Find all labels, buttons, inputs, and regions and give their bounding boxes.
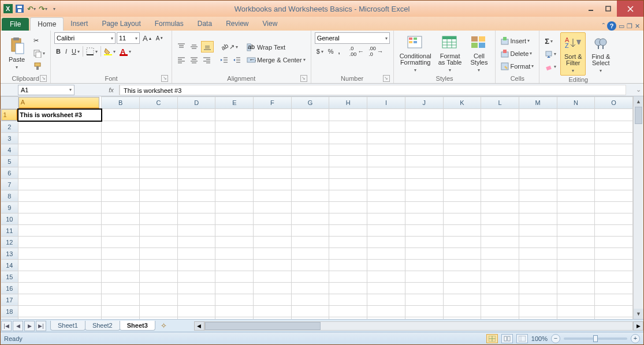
cell-J19[interactable] — [405, 317, 443, 320]
cell-D2[interactable] — [177, 121, 215, 133]
cell-O13[interactable] — [595, 248, 633, 260]
align-center-button[interactable] — [188, 54, 200, 66]
cell-N13[interactable] — [557, 248, 595, 260]
cell-H2[interactable] — [329, 121, 367, 133]
cell-A15[interactable] — [18, 271, 102, 283]
cell-I18[interactable] — [367, 306, 405, 317]
cell-E7[interactable] — [215, 179, 254, 190]
cell-I1[interactable] — [367, 109, 405, 121]
cell-L17[interactable] — [481, 294, 519, 306]
cell-M14[interactable] — [519, 260, 557, 271]
wrap-text-button[interactable]: abWrap Text — [245, 42, 307, 53]
cell-N19[interactable] — [557, 317, 595, 320]
scroll-up-icon[interactable]: ▲ — [634, 96, 643, 107]
cell-L8[interactable] — [481, 190, 519, 202]
cell-H12[interactable] — [329, 237, 367, 248]
cell-O18[interactable] — [595, 306, 633, 317]
sort-filter-button[interactable]: AZSort & Filter▾ — [560, 32, 586, 76]
column-header-C[interactable]: C — [140, 97, 178, 109]
cell-J13[interactable] — [405, 248, 443, 260]
cell-I7[interactable] — [367, 179, 405, 190]
cell-N14[interactable] — [557, 260, 595, 271]
cell-F2[interactable] — [254, 121, 292, 133]
cell-N9[interactable] — [557, 202, 595, 213]
cell-O6[interactable] — [595, 167, 633, 179]
cell-O19[interactable] — [595, 317, 633, 320]
cell-F15[interactable] — [254, 271, 292, 283]
doc-restore-icon[interactable]: ❐ — [627, 22, 632, 30]
cell-C11[interactable] — [140, 225, 178, 237]
cell-E5[interactable] — [215, 156, 254, 167]
column-header-H[interactable]: H — [329, 97, 367, 109]
cell-C16[interactable] — [140, 283, 178, 294]
cell-A9[interactable] — [18, 202, 102, 213]
cell-J9[interactable] — [405, 202, 443, 213]
cell-D14[interactable] — [177, 260, 215, 271]
cell-M4[interactable] — [519, 144, 557, 156]
row-header-13[interactable]: 13 — [1, 248, 18, 260]
cell-E14[interactable] — [215, 260, 254, 271]
cell-E13[interactable] — [215, 248, 254, 260]
undo-icon[interactable]: ↶▾ — [26, 3, 36, 14]
paste-button[interactable]: Paste▾ — [4, 36, 29, 72]
cell-F6[interactable] — [254, 167, 292, 179]
cell-H4[interactable] — [329, 144, 367, 156]
row-header-18[interactable]: 18 — [1, 306, 18, 317]
cell-G7[interactable] — [291, 179, 329, 190]
cell-H15[interactable] — [329, 271, 367, 283]
cell-A5[interactable] — [18, 156, 102, 167]
row-header-19[interactable]: 19 — [1, 317, 18, 320]
cell-A14[interactable] — [18, 260, 102, 271]
cell-L11[interactable] — [481, 225, 519, 237]
cell-D13[interactable] — [177, 248, 215, 260]
cell-A19[interactable] — [18, 317, 102, 320]
fill-color-button[interactable]: ▾ — [102, 46, 117, 57]
cell-K5[interactable] — [443, 156, 481, 167]
format-cells-button[interactable]: Format▾ — [499, 61, 535, 72]
doc-minimize-icon[interactable]: ▭ — [619, 22, 624, 30]
zoom-slider[interactable] — [564, 337, 627, 340]
cell-N7[interactable] — [557, 179, 595, 190]
number-format-select[interactable]: General▾ — [315, 32, 390, 44]
cell-C18[interactable] — [140, 306, 178, 317]
qat-customize-icon[interactable]: ▾ — [49, 3, 59, 14]
cell-M17[interactable] — [519, 294, 557, 306]
row-header-11[interactable]: 11 — [1, 225, 18, 237]
cell-G12[interactable] — [291, 237, 329, 248]
accounting-format-button[interactable]: $▾ — [315, 46, 325, 57]
cell-K3[interactable] — [443, 133, 481, 144]
fx-icon[interactable]: fx — [103, 85, 120, 95]
cell-A13[interactable] — [18, 248, 102, 260]
scroll-right-icon[interactable]: ▶ — [633, 321, 643, 331]
tab-data[interactable]: Data — [191, 17, 219, 31]
cell-O17[interactable] — [595, 294, 633, 306]
column-header-K[interactable]: K — [443, 97, 481, 109]
conditional-formatting-button[interactable]: Conditional Formatting▾ — [397, 32, 434, 74]
row-header-14[interactable]: 14 — [1, 260, 18, 271]
cell-K13[interactable] — [443, 248, 481, 260]
cell-D18[interactable] — [177, 306, 215, 317]
cell-G19[interactable] — [291, 317, 329, 320]
bold-button[interactable]: B — [54, 46, 62, 57]
cell-N2[interactable] — [557, 121, 595, 133]
row-header-1[interactable]: 1 — [1, 109, 17, 121]
cell-E2[interactable] — [215, 121, 254, 133]
cell-E10[interactable] — [215, 213, 254, 225]
cell-I15[interactable] — [367, 271, 405, 283]
save-icon[interactable] — [14, 3, 25, 14]
tab-page-layout[interactable]: Page Layout — [95, 17, 147, 31]
horizontal-scrollbar[interactable]: ◀ ▶ — [194, 321, 643, 331]
cell-D17[interactable] — [177, 294, 215, 306]
cell-I12[interactable] — [367, 237, 405, 248]
cell-O9[interactable] — [595, 202, 633, 213]
cell-I8[interactable] — [367, 190, 405, 202]
alignment-dialog-icon[interactable]: ↘ — [300, 75, 307, 82]
font-color-button[interactable]: A▾ — [118, 46, 133, 57]
cell-L14[interactable] — [481, 260, 519, 271]
cell-L6[interactable] — [481, 167, 519, 179]
cell-L9[interactable] — [481, 202, 519, 213]
cell-M18[interactable] — [519, 306, 557, 317]
sheet-tab-sheet3[interactable]: Sheet3 — [120, 321, 155, 331]
cell-N12[interactable] — [557, 237, 595, 248]
page-break-view-button[interactable] — [516, 334, 528, 343]
